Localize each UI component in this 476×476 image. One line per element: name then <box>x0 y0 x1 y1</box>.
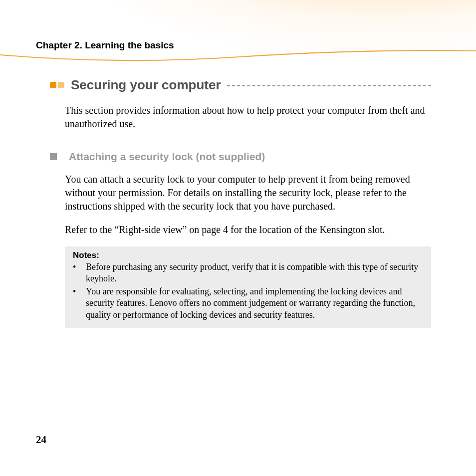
notes-item: • Before purchasing any security product… <box>73 261 423 285</box>
heading-divider <box>227 85 432 86</box>
bullet-icon: • <box>73 261 86 285</box>
notes-label: Notes: <box>73 250 423 260</box>
notes-item: • You are responsible for evaluating, se… <box>73 286 423 321</box>
bullet-icon: • <box>73 286 86 321</box>
section-title: Securing your computer <box>71 77 221 93</box>
subsection-paragraph: You can attach a security lock to your c… <box>65 173 431 213</box>
chapter-title: Chapter 2. Learning the basics <box>36 40 174 51</box>
page-number: 24 <box>36 434 46 446</box>
notes-list: • Before purchasing any security product… <box>73 261 423 321</box>
section-bullet-icon <box>50 82 56 88</box>
subsection-bullet-icon <box>50 153 57 160</box>
notes-box: Notes: • Before purchasing any security … <box>65 246 431 328</box>
section-intro: This section provides information about … <box>65 104 431 131</box>
page-content: Securing your computer This section prov… <box>65 77 431 328</box>
subsection-title: Attaching a security lock (not supplied) <box>69 151 265 163</box>
section-heading-row: Securing your computer <box>50 77 431 93</box>
notes-text: You are responsible for evaluating, sele… <box>86 286 423 321</box>
subsection-heading-row: Attaching a security lock (not supplied) <box>50 151 431 163</box>
subsection-paragraph: Refer to the “Right-side view” on page 4… <box>65 223 431 237</box>
section-bullet-icon <box>58 82 64 88</box>
notes-text: Before purchasing any security product, … <box>86 261 423 285</box>
